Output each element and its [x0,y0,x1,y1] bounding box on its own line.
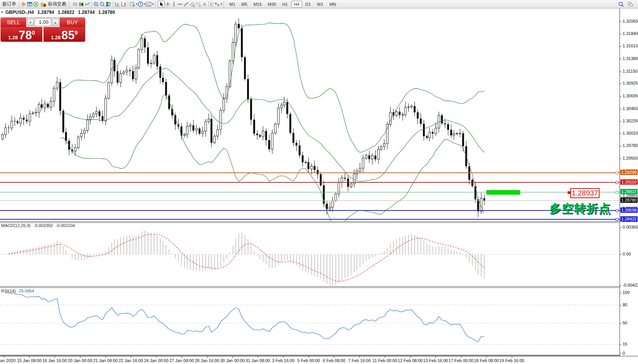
buy-button[interactable]: BUY [60,18,85,27]
main-toolbar: 新订单 自动交易 ▾ ▾ ▾ E F A T ▾ [0,0,638,8]
line-handle-orange-resistance[interactable] [616,172,618,174]
price-line-blue-support-2[interactable] [0,219,620,220]
auto-scroll-icon[interactable] [114,1,120,7]
fibonacci-tool-icon[interactable]: F [195,1,202,7]
price-line-green-pivot[interactable] [0,192,620,192]
search-icon[interactable] [618,1,624,7]
new-order-button[interactable]: 新订单 [1,1,18,8]
buy-price-big: 85 [62,30,75,40]
candlestick-type-icon[interactable] [78,1,84,7]
timeframe-button-mn[interactable]: MN [327,1,339,8]
time-axis[interactable]: 14 Jan 202015 Jan 08:0016 Jan 16:0020 Ja… [0,356,638,364]
time-tick [436,356,436,358]
time-tick [410,356,411,358]
sell-button[interactable]: SELL [1,18,26,27]
macd-label: MACD(12,26,9) -0.003350 -0.002104 [1,223,77,228]
macd-signal-value: -0.002104 [56,223,75,228]
timeframe-button-h4[interactable]: H4 [291,1,302,8]
price-tick [620,109,621,109]
price-tick [620,134,621,134]
rsi-scale-tick [620,323,621,324]
arrows-dropdown-arrow[interactable]: ▾ [220,2,222,6]
sell-price-sup: 0 [32,27,35,38]
chat-icon[interactable] [627,1,633,7]
price-line-bid[interactable] [0,200,620,201]
rsi-value: 29.0454 [19,289,34,293]
rsi-scale-label: 0 [623,351,625,356]
macd-pane-canvas[interactable] [0,223,620,286]
timeframe-button-m5[interactable]: M5 [239,1,250,8]
buy-price-sup: 9 [75,27,78,38]
time-tick [461,356,461,358]
svg-text:A: A [203,2,206,7]
pane-separator-macd[interactable] [0,221,620,223]
symbol-period-label: GBPUSD-,H4 [5,10,34,15]
trendline-tool-icon[interactable] [183,1,189,7]
channel-tool-icon[interactable]: E [189,1,195,7]
text-label-tool-icon[interactable]: T [208,1,214,7]
pane-separator-rsi[interactable] [0,286,620,288]
price-line-orange-resistance[interactable] [0,172,620,173]
time-tick [156,356,157,358]
vertical-line-tool-icon[interactable] [171,1,177,7]
autotrading-folder-icon [40,1,47,7]
crosshair-icon[interactable] [165,1,171,7]
turning-point-text[interactable]: 多空转折点 [549,201,611,217]
price-label-red-resistance: 1.29110 [620,179,638,185]
arrows-tool-icon[interactable] [214,1,220,7]
profiles-clock-icon[interactable] [137,1,144,7]
one-click-trading-panel: SELL ▼ 1.00 ▲ BUY 1.28 78 0 1.28 85 9 [1,18,85,42]
template-chart-icon[interactable] [145,1,152,7]
buy-price[interactable]: 1.28 85 9 [43,27,85,42]
line-handle-blue-support-1[interactable] [616,209,618,212]
timeframe-group: M1M5M15M30H1H4D1W1MN [226,1,339,8]
zoom-out-icon[interactable] [99,1,105,7]
new-chart-icon[interactable] [129,1,135,7]
price-line-blue-support-1[interactable] [0,210,620,211]
toolbar-separator [113,1,113,8]
autotrading-button[interactable]: 自动交易 [39,1,68,8]
timeframe-button-m30[interactable]: M30 [265,1,279,8]
line-handle-blue-support-2[interactable] [616,218,618,221]
volume-increase-button[interactable]: ▲ [52,19,59,26]
signal-icon[interactable] [33,1,39,7]
price-axis[interactable]: 1.320651.318401.316101.313801.311501.309… [620,8,638,356]
volume-input[interactable]: 1.00 [35,18,51,26]
price-tick-label: 1.31610 [623,43,638,48]
bar-chart-type-icon[interactable] [72,1,78,7]
price-tick [620,72,621,72]
tile-windows-icon[interactable] [105,1,112,7]
time-tick [55,356,55,358]
price-chart-canvas[interactable] [0,8,620,221]
price-line-red-resistance[interactable] [0,182,620,183]
rsi-pane-canvas[interactable] [0,288,620,355]
text-tool-icon[interactable]: A [202,1,208,7]
volume-decrease-button[interactable]: ▼ [27,19,34,26]
bookmark-icon[interactable] [20,1,27,7]
market-watch-icon[interactable] [27,1,33,7]
rsi-name: RSI(14) [1,289,16,293]
toolbar-separator [19,1,19,8]
line-handle-green-pivot[interactable] [616,191,618,194]
horizontal-line-tool-icon[interactable] [177,1,183,7]
price-callout-box[interactable]: 1.28937 [570,188,600,198]
template-dropdown-arrow[interactable]: ▾ [152,2,154,6]
timeframe-button-m1[interactable]: M1 [227,1,238,8]
timeframe-button-d1[interactable]: D1 [303,1,314,8]
line-chart-type-icon[interactable] [84,1,90,7]
zoom-in-icon[interactable] [93,1,99,7]
line-handle-red-resistance[interactable] [616,181,618,184]
macd-scale-tick [620,254,621,255]
timeframe-button-w1[interactable]: W1 [314,1,326,8]
cursor-icon[interactable] [158,1,165,8]
timeframe-button-h1[interactable]: H1 [279,1,290,8]
timeframe-button-m15[interactable]: M15 [251,1,264,8]
time-tick [359,356,360,358]
green-highlight-rectangle[interactable] [486,190,520,195]
rsi-scale-label: 50 [623,321,627,325]
sell-price[interactable]: 1.28 78 0 [1,27,42,42]
chart-shift-icon[interactable] [120,1,127,7]
macd-scale-label: 0.00 [623,252,631,256]
callout-anchor-handle[interactable] [568,191,570,194]
one-click-collapse-arrow[interactable]: ▴ [1,10,3,13]
